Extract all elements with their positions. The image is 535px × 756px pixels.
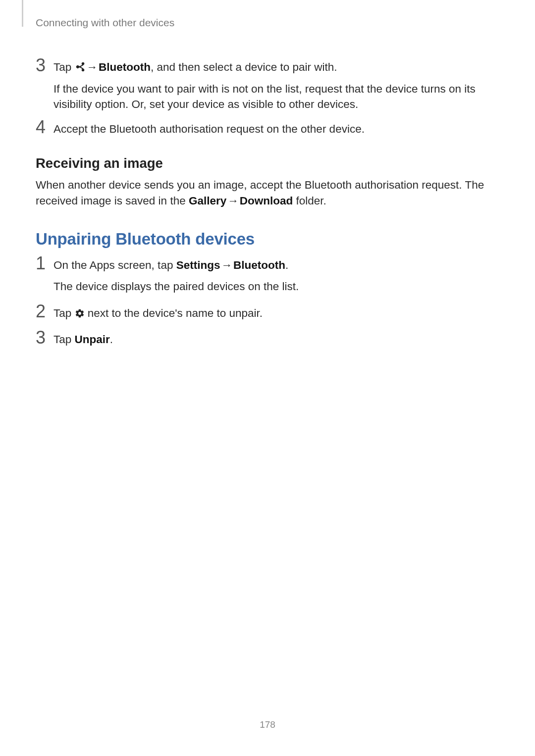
unpair-step-2: 2 Tap next to the device's name to unpai… [36, 305, 499, 326]
unpair-step-3: 3 Tap Unpair. [36, 332, 499, 353]
gear-icon [75, 308, 85, 318]
step-body: Accept the Bluetooth authorisation reque… [52, 121, 499, 142]
step-body: Tap next to the device's name to unpair. [52, 305, 499, 326]
arrow-text: → [226, 193, 240, 209]
header-rule-decor [22, 0, 23, 27]
step-number: 3 [36, 56, 52, 74]
arrow-text: → [86, 59, 99, 75]
page: Connecting with other devices 3 Tap → Bl… [0, 0, 535, 756]
step-number: 3 [36, 329, 52, 347]
breadcrumb: Connecting with other devices [36, 17, 499, 29]
para-bold: Gallery [189, 195, 226, 207]
step-number: 2 [36, 302, 52, 320]
step-bold: Bluetooth [233, 259, 285, 271]
step-bold: Unpair [75, 333, 110, 346]
share-icon [75, 61, 86, 72]
unpair-steps-list: 1 On the Apps screen, tap Settings → Blu… [36, 257, 499, 353]
step-sub-text: If the device you want to pair with is n… [54, 83, 476, 111]
step-body: Tap Unpair. [52, 332, 499, 353]
step-text: Accept the Bluetooth authorisation reque… [54, 123, 365, 135]
step-text: next to the device's name to unpair. [85, 307, 263, 319]
step-sub-text: The device displays the paired devices o… [54, 280, 299, 293]
arrow-text: → [220, 257, 233, 273]
subheading-receiving-image: Receiving an image [36, 155, 499, 171]
step-3: 3 Tap → Bluetooth, and then select a dev… [36, 59, 499, 117]
step-text: , and then select a device to pair with. [151, 61, 337, 73]
unpair-step-1: 1 On the Apps screen, tap Settings → Blu… [36, 257, 499, 300]
page-number: 178 [0, 719, 535, 730]
step-number: 1 [36, 254, 52, 272]
para-bold: Download [240, 195, 293, 207]
step-bold: Bluetooth [99, 61, 151, 73]
step-number: 4 [36, 118, 52, 136]
step-text: On the Apps screen, tap [54, 259, 176, 271]
step-text: Tap [54, 307, 75, 319]
content-area: 3 Tap → Bluetooth, and then select a dev… [36, 59, 499, 353]
step-body: On the Apps screen, tap Settings → Bluet… [52, 257, 499, 300]
step-text: . [110, 333, 113, 346]
section-heading-unpairing: Unpairing Bluetooth devices [36, 230, 499, 249]
step-text: . [285, 259, 288, 271]
step-body: Tap → Bluetooth, and then select a devic… [52, 59, 499, 117]
step-text: Tap [54, 333, 75, 346]
para-text: folder. [293, 195, 326, 207]
step-4: 4 Accept the Bluetooth authorisation req… [36, 121, 499, 142]
paragraph-receiving: When another device sends you an image, … [36, 177, 499, 209]
step-bold: Settings [176, 259, 220, 271]
step-text: Tap [54, 61, 75, 73]
